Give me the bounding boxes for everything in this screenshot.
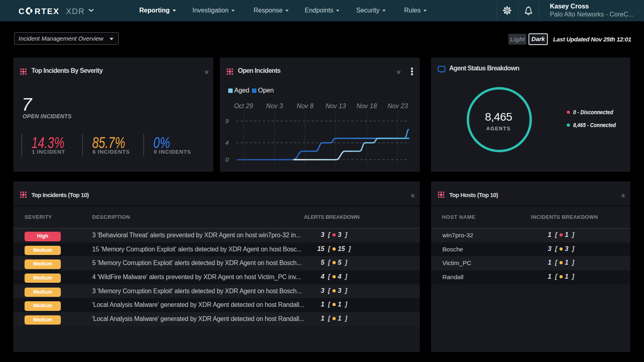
svg-text:Nov 13: Nov 13 bbox=[326, 103, 346, 109]
svg-text:Oct 29: Oct 29 bbox=[234, 103, 253, 109]
svg-text:Nov 3: Nov 3 bbox=[266, 103, 283, 109]
svg-text:4: 4 bbox=[225, 139, 229, 146]
svg-text:Nov 23: Nov 23 bbox=[388, 103, 408, 109]
svg-text:0: 0 bbox=[225, 156, 229, 163]
svg-text:Nov 18: Nov 18 bbox=[357, 103, 377, 109]
svg-text:9: 9 bbox=[225, 117, 229, 124]
svg-text:Nov 8: Nov 8 bbox=[297, 103, 314, 109]
